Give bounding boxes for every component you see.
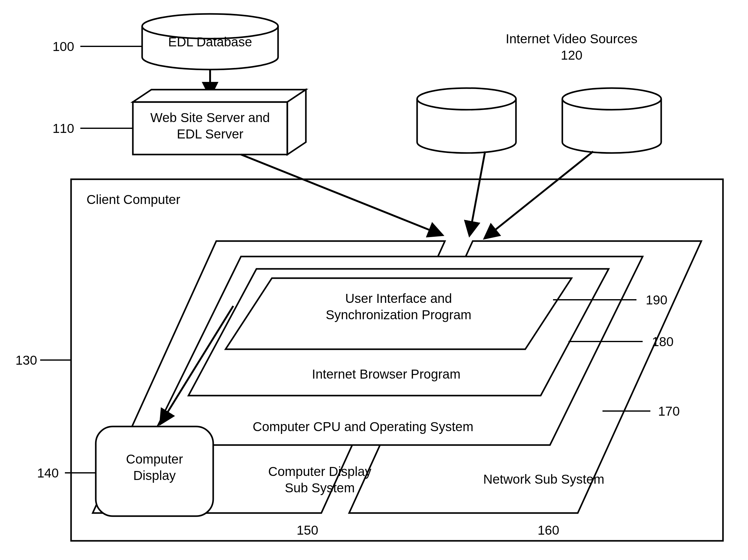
ui-sync-label: User Interface and Synchronization Progr… bbox=[272, 290, 525, 323]
arrow-server-to-net bbox=[241, 155, 442, 235]
svg-point-4 bbox=[417, 88, 516, 110]
ref-190: 190 bbox=[646, 292, 668, 308]
computer-display-label: Computer Display bbox=[96, 451, 213, 484]
ref-110: 110 bbox=[52, 120, 74, 137]
display-subsystem-label: Computer Display Sub System bbox=[247, 464, 392, 496]
ref-160: 160 bbox=[538, 522, 559, 539]
video-source-cylinder-1 bbox=[417, 88, 516, 153]
ref-130: 130 bbox=[16, 352, 37, 369]
client-computer-label: Client Computer bbox=[87, 192, 180, 208]
network-subsystem-label: Network Sub System bbox=[464, 471, 624, 488]
arrow-src1-to-net bbox=[470, 151, 485, 235]
ref-140: 140 bbox=[37, 465, 59, 482]
ref-180: 180 bbox=[652, 334, 674, 350]
cpu-os-label: Computer CPU and Operating System bbox=[201, 419, 525, 435]
ref-150: 150 bbox=[297, 522, 318, 539]
arrow-src2-to-net bbox=[485, 151, 593, 238]
svg-marker-3 bbox=[287, 90, 306, 155]
svg-point-5 bbox=[562, 88, 661, 110]
ref-170: 170 bbox=[658, 403, 680, 420]
edl-database-label: EDL Database bbox=[142, 34, 278, 50]
web-server-label: Web Site Server and EDL Server bbox=[133, 110, 287, 142]
video-source-cylinder-2 bbox=[562, 88, 661, 153]
ref-100: 100 bbox=[52, 39, 74, 55]
browser-label: Internet Browser Program bbox=[247, 366, 525, 382]
video-sources-label: Internet Video Sources 120 bbox=[464, 31, 680, 63]
svg-marker-2 bbox=[133, 90, 306, 102]
